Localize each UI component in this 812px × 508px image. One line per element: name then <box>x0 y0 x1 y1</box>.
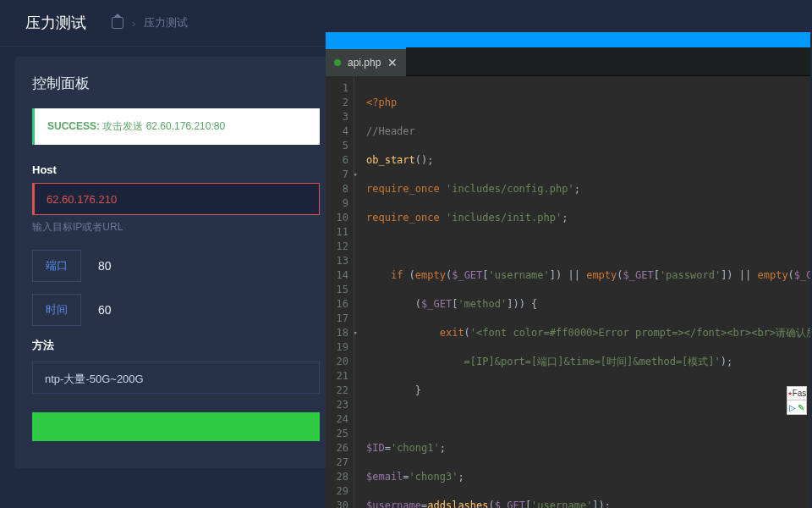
time-row: 时间 60 <box>32 294 320 326</box>
helper-widget[interactable]: ⋆Fas ▷✎ <box>787 386 807 415</box>
code-body[interactable]: <?php //Header ob_start(); require_once … <box>354 76 810 508</box>
panel-title: 控制面板 <box>32 74 320 93</box>
tab-modified-icon <box>334 59 341 66</box>
breadcrumb-current: 压力测试 <box>144 15 188 30</box>
method-select[interactable]: ntp-大量-50G~200G <box>32 362 320 394</box>
editor-tab-bar: api.php ✕ <box>326 47 810 76</box>
breadcrumb: › 压力测试 <box>112 15 188 30</box>
alert-success: SUCCESS: 攻击发送 62.60.176.210:80 <box>32 108 320 145</box>
port-label[interactable]: 端口 <box>32 250 81 282</box>
tab-close-icon[interactable]: ✕ <box>387 56 398 69</box>
helper-widget-top: ⋆Fas <box>787 387 806 400</box>
tab-filename: api.php <box>348 57 381 69</box>
port-row: 端口 80 <box>32 250 320 282</box>
time-label[interactable]: 时间 <box>32 294 81 326</box>
helper-widget-bottom: ▷✎ <box>787 400 806 414</box>
host-label: Host <box>32 163 320 176</box>
port-value: 80 <box>98 259 112 273</box>
home-icon[interactable] <box>112 17 123 29</box>
code-area[interactable]: 1234567891011121314151617181920212223242… <box>326 76 810 508</box>
breadcrumb-separator: › <box>132 17 135 30</box>
tab-api-php[interactable]: api.php ✕ <box>326 47 406 76</box>
submit-button[interactable] <box>32 412 320 441</box>
host-input[interactable] <box>32 183 320 215</box>
control-panel: 控制面板 SUCCESS: 攻击发送 62.60.176.210:80 Host… <box>15 57 337 468</box>
time-value: 60 <box>98 303 112 317</box>
code-editor: api.php ✕ 123456789101112131415161718192… <box>326 32 810 508</box>
line-gutter: 1234567891011121314151617181920212223242… <box>326 76 354 508</box>
alert-text: 攻击发送 62.60.176.210:80 <box>100 120 225 132</box>
app-title: 压力测试 <box>25 13 86 33</box>
method-label: 方法 <box>32 338 320 353</box>
alert-prefix: SUCCESS: <box>47 120 100 132</box>
host-hint: 输入目标IP或者URL <box>32 220 320 235</box>
